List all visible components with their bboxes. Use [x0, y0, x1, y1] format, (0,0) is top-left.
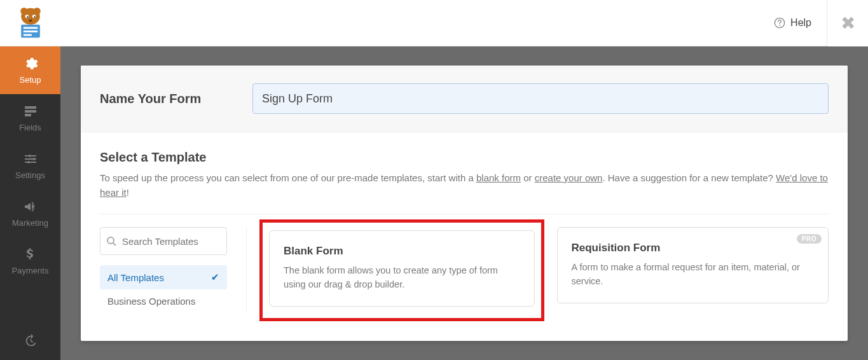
svg-point-7 — [29, 19, 32, 22]
template-body: All Templates ✔ Business Operations Blan… — [100, 227, 829, 313]
template-search — [100, 227, 227, 255]
category-label: All Templates — [107, 272, 164, 283]
template-card-wrap: PRO Requisition Form A form to make a fo… — [557, 227, 829, 313]
svg-point-20 — [107, 237, 114, 244]
subtitle-text: or — [521, 172, 535, 183]
template-card-title: Blank Form — [284, 245, 520, 258]
sidebar: Setup Fields Settings Marketing Payments — [0, 46, 60, 360]
category-all-templates[interactable]: All Templates ✔ — [100, 265, 227, 289]
pro-badge: PRO — [797, 234, 822, 244]
fields-icon — [23, 104, 38, 119]
main-card: Name Your Form Select a Template To spee… — [81, 66, 848, 341]
history-icon — [24, 334, 38, 348]
svg-point-3 — [25, 15, 29, 18]
template-subtitle: To speed up the process you can select f… — [100, 171, 829, 200]
sidebar-item-settings[interactable]: Settings — [0, 142, 60, 190]
svg-rect-11 — [23, 34, 31, 36]
svg-point-13 — [779, 25, 780, 26]
svg-line-21 — [113, 243, 116, 246]
svg-point-4 — [32, 15, 36, 18]
template-title: Select a Template — [100, 150, 829, 165]
template-card-requisition-form[interactable]: PRO Requisition Form A form to make a fo… — [557, 227, 829, 303]
svg-point-5 — [27, 17, 28, 18]
blank-form-link[interactable]: blank form — [476, 172, 521, 183]
template-categories: All Templates ✔ Business Operations — [100, 227, 227, 313]
sidebar-item-fields[interactable]: Fields — [0, 94, 60, 142]
divider — [100, 214, 829, 214]
bullhorn-icon — [23, 199, 38, 214]
name-section: Name Your Form — [81, 66, 848, 132]
sidebar-item-label: Fields — [19, 123, 41, 132]
svg-rect-16 — [25, 114, 31, 116]
category-label: Business Operations — [107, 296, 195, 307]
svg-point-19 — [27, 161, 30, 163]
svg-rect-14 — [25, 106, 36, 109]
subtitle-text: To speed up the process you can select f… — [100, 172, 476, 183]
help-label: Help — [790, 17, 811, 29]
svg-point-17 — [29, 155, 31, 157]
topbar: Help — [0, 0, 827, 46]
template-card-blank-form[interactable]: Blank Form The blank form allows you to … — [269, 230, 535, 307]
search-icon — [106, 236, 116, 246]
svg-point-1 — [20, 8, 27, 15]
template-highlight: Blank Form The blank form allows you to … — [259, 219, 544, 321]
template-card-desc: A form to make a formal request for an i… — [572, 261, 815, 289]
svg-point-6 — [34, 17, 35, 18]
template-card-wrap: Blank Form The blank form allows you to … — [266, 227, 538, 313]
svg-point-18 — [32, 158, 35, 160]
subtitle-text: ! — [127, 187, 129, 198]
sidebar-item-label: Marketing — [12, 218, 48, 228]
template-section: Select a Template To speed up the proces… — [81, 132, 848, 331]
sidebar-item-label: Settings — [15, 170, 45, 180]
sidebar-item-label: Setup — [20, 75, 41, 85]
check-icon: ✔ — [211, 272, 219, 283]
sliders-icon — [23, 151, 38, 167]
form-name-label: Name Your Form — [100, 92, 240, 106]
app-logo — [0, 0, 60, 46]
help-icon — [774, 17, 785, 29]
wpforms-logo-icon — [13, 7, 48, 39]
sidebar-item-label: Payments — [12, 266, 49, 275]
template-card-title: Requisition Form — [572, 242, 815, 254]
template-grid: Blank Form The blank form allows you to … — [246, 227, 829, 313]
sidebar-item-setup[interactable]: Setup — [0, 46, 60, 94]
sidebar-item-marketing[interactable]: Marketing — [0, 190, 60, 237]
sidebar-history-button[interactable] — [0, 322, 60, 360]
svg-rect-15 — [25, 110, 36, 113]
create-own-link[interactable]: create your own — [535, 172, 603, 183]
template-card-desc: The blank form allows you to create any … — [284, 264, 520, 292]
close-button[interactable]: ✖ — [827, 0, 868, 46]
category-business-operations[interactable]: Business Operations — [100, 289, 227, 313]
template-search-input[interactable] — [100, 227, 227, 255]
svg-rect-10 — [23, 31, 37, 32]
gear-icon — [23, 56, 38, 71]
form-name-input[interactable] — [252, 83, 829, 114]
svg-point-2 — [33, 8, 40, 15]
content-area: Name Your Form Select a Template To spee… — [60, 46, 868, 360]
close-icon: ✖ — [841, 13, 855, 34]
sidebar-item-payments[interactable]: Payments — [0, 237, 60, 285]
dollar-icon — [23, 247, 38, 262]
subtitle-text: . Have a suggestion for a new template? — [602, 172, 776, 183]
help-link[interactable]: Help — [774, 17, 811, 29]
svg-rect-9 — [23, 27, 37, 29]
